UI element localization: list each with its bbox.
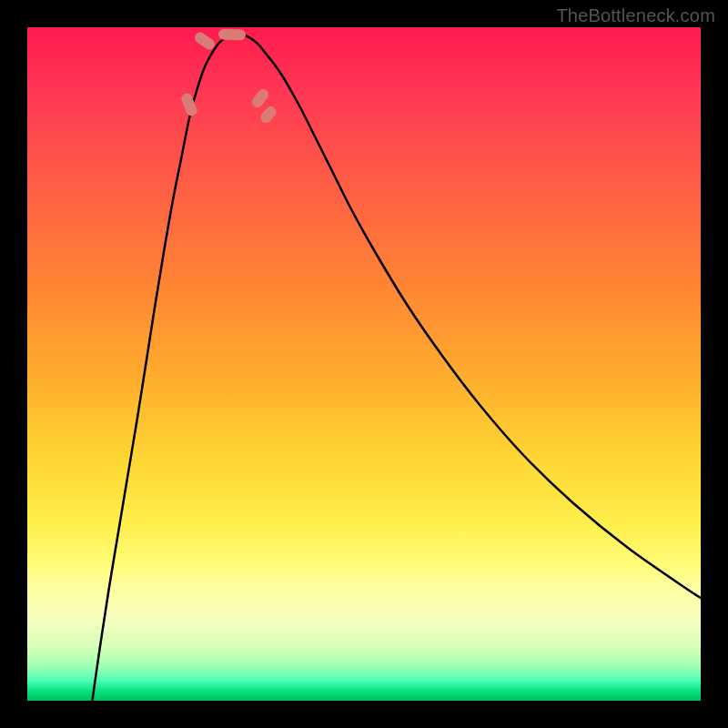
- chart-svg: [27, 27, 701, 701]
- marker: [258, 104, 278, 125]
- marker: [249, 87, 270, 110]
- plot-area: [27, 27, 701, 701]
- svg-rect-3: [249, 87, 270, 110]
- curve-markers: [180, 28, 278, 125]
- bottleneck-curve: [91, 35, 701, 701]
- svg-rect-1: [193, 30, 217, 52]
- marker: [193, 30, 217, 52]
- svg-rect-2: [218, 28, 246, 40]
- marker: [218, 28, 246, 40]
- watermark-text: TheBottleneck.com: [556, 5, 715, 26]
- chart-frame: TheBottleneck.com: [0, 0, 728, 728]
- svg-rect-4: [258, 104, 278, 125]
